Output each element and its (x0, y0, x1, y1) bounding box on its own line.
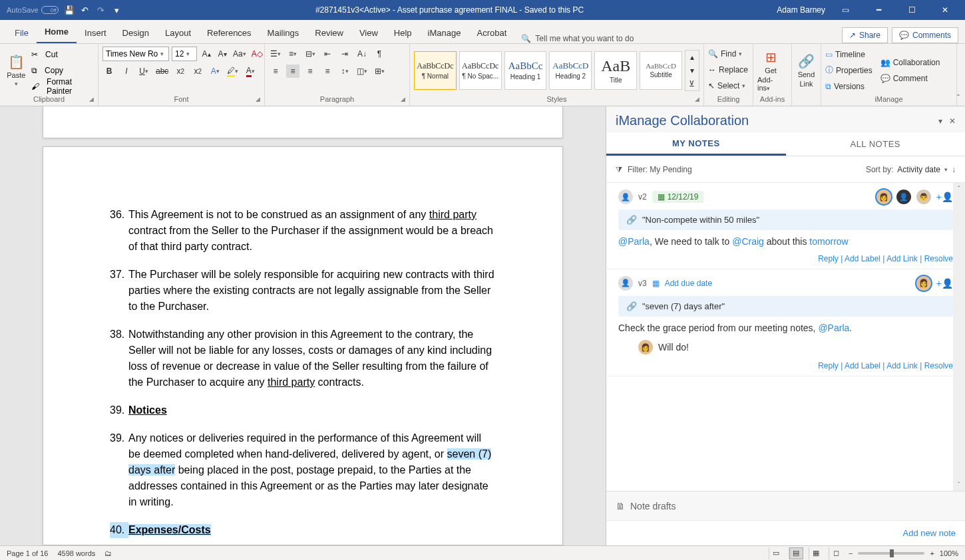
timeline-button[interactable]: ▭Timeline (825, 47, 872, 62)
filter-icon[interactable]: ⧩ (616, 165, 622, 174)
justify-button[interactable]: ≡ (321, 65, 334, 78)
comment-button[interactable]: 💬Comment (880, 71, 940, 86)
word-count[interactable]: 4598 words (57, 549, 95, 557)
print-layout-button[interactable]: ▤ (789, 547, 803, 559)
account-name[interactable]: Adam Barney (777, 5, 825, 15)
style-nospacing[interactable]: AaBbCcDc¶ No Spac... (459, 51, 502, 90)
style-title[interactable]: AaBTitle (594, 51, 637, 90)
resolve-link[interactable]: Resolve (924, 254, 953, 263)
borders-button[interactable]: ⊞▾ (373, 65, 386, 78)
subscript-button[interactable]: x2 (174, 65, 187, 78)
versions-button[interactable]: ⧉Versions (825, 79, 872, 94)
tab-home[interactable]: Home (37, 21, 77, 43)
zoom-slider[interactable] (858, 552, 924, 555)
style-subtitle[interactable]: AaBbCcDSubtitle (640, 51, 682, 90)
cut-button[interactable]: ✂ Cut (31, 47, 94, 62)
change-case-button[interactable]: Aa▾ (232, 47, 248, 61)
dialog-launcher-icon[interactable]: ◢ (89, 94, 94, 104)
dialog-launcher-icon[interactable]: ◢ (256, 94, 260, 104)
style-heading1[interactable]: AaBbCcHeading 1 (504, 51, 547, 90)
share-button[interactable]: ↗Share (842, 27, 888, 43)
tell-me-search[interactable]: 🔍 Tell me what you want to do (521, 34, 634, 43)
tab-help[interactable]: Help (386, 23, 420, 43)
reply-link[interactable]: Reply (818, 361, 839, 370)
comments-button[interactable]: 💬Comments (892, 27, 958, 43)
tab-mailings[interactable]: Mailings (260, 23, 307, 43)
select-button[interactable]: ↖Select▾ (708, 78, 745, 93)
panel-close-icon[interactable]: ✕ (949, 116, 956, 126)
copy-button[interactable]: ⧉ Copy (31, 63, 94, 78)
tab-review[interactable]: Review (307, 23, 351, 43)
undo-icon[interactable]: ↶ (80, 5, 91, 15)
save-icon[interactable]: 💾 (64, 5, 75, 15)
maximize-button[interactable]: ☐ (898, 0, 925, 20)
scroll-up-icon[interactable]: ˆ (953, 183, 965, 195)
font-name-combo[interactable]: Times New Ro▾ (102, 47, 169, 61)
resolve-link[interactable]: Resolve (924, 361, 953, 370)
tab-insert[interactable]: Insert (77, 23, 114, 43)
zoom-level[interactable]: 100% (940, 549, 958, 557)
tab-acrobat[interactable]: Acrobat (469, 23, 514, 43)
autosave-toggle[interactable]: AutoSave Off (7, 6, 59, 14)
styles-expand[interactable]: ⊻ (685, 77, 699, 90)
mention[interactable]: @Parla (618, 236, 650, 247)
add-user-icon[interactable]: +👤 (936, 192, 953, 202)
mention-date[interactable]: tomorrow (809, 236, 848, 247)
collaboration-button[interactable]: 👥Collaboration (880, 55, 940, 70)
font-color-button[interactable]: A▾ (244, 65, 257, 78)
web-layout-button[interactable]: ▦ (809, 547, 823, 559)
style-heading2[interactable]: AaBbCcDHeading 2 (549, 51, 592, 90)
qat-customize-icon[interactable]: ▾ (112, 5, 122, 15)
italic-button[interactable]: I (120, 65, 133, 78)
tab-imanage[interactable]: iManage (420, 23, 469, 43)
proofing-icon[interactable]: 🗂 (104, 549, 112, 557)
properties-button[interactable]: ⓘProperties (825, 63, 872, 78)
dialog-launcher-icon[interactable]: ◢ (401, 94, 405, 104)
focus-mode-button[interactable]: ◻ (829, 547, 843, 559)
zoom-in-button[interactable]: + (930, 549, 934, 557)
font-size-combo[interactable]: 12▾ (172, 47, 197, 61)
grow-font-button[interactable]: A▴ (200, 47, 213, 61)
shrink-font-button[interactable]: A▾ (216, 47, 229, 61)
page-indicator[interactable]: Page 1 of 16 (7, 549, 48, 557)
panel-menu-icon[interactable]: ▾ (938, 116, 942, 126)
style-normal[interactable]: AaBbCcDc¶ Normal (414, 51, 457, 90)
sort-button[interactable]: A↓ (355, 47, 369, 61)
numbering-button[interactable]: ≡▾ (286, 47, 299, 61)
styles-scroll-up[interactable]: ▴ (685, 51, 699, 64)
sort-direction-icon[interactable]: ↓ (952, 165, 956, 174)
add-label-link[interactable]: Add Label (845, 254, 880, 263)
close-button[interactable]: ✕ (932, 0, 958, 20)
highlight-button[interactable]: 🖊▾ (226, 65, 240, 78)
due-date-pill[interactable]: ▦12/12/19 (652, 191, 704, 203)
add-new-note-link[interactable]: Add new note (902, 528, 956, 538)
bold-button[interactable]: B (102, 65, 116, 78)
note-quote[interactable]: 🔗"Non-compete within 50 miles" (618, 210, 953, 230)
superscript-button[interactable]: x2 (191, 65, 204, 78)
strikethrough-button[interactable]: abc (154, 65, 170, 78)
styles-scroll-down[interactable]: ▾ (685, 64, 699, 77)
collapse-ribbon-button[interactable]: ˆ (957, 44, 965, 106)
tab-all-notes[interactable]: ALL NOTES (786, 132, 966, 156)
text-effects-button[interactable]: A▾ (208, 65, 222, 78)
show-marks-button[interactable]: ¶ (373, 47, 386, 61)
add-link-link[interactable]: Add Link (886, 254, 918, 263)
display-options-icon[interactable]: ▭ (832, 0, 859, 20)
zoom-out-button[interactable]: − (849, 549, 853, 557)
increase-indent-button[interactable]: ⇥ (338, 47, 351, 61)
align-center-button[interactable]: ≡ (286, 65, 299, 78)
shading-button[interactable]: ◫▾ (355, 65, 369, 78)
note-drafts-bar[interactable]: 🗎 Note drafts (606, 491, 965, 520)
dialog-launcher-icon[interactable]: ◢ (695, 94, 699, 104)
tab-layout[interactable]: Layout (157, 23, 199, 43)
chevron-down-icon[interactable]: ▾ (944, 166, 948, 173)
add-label-link[interactable]: Add Label (845, 361, 880, 370)
line-spacing-button[interactable]: ↕▾ (338, 65, 351, 78)
reply-link[interactable]: Reply (818, 254, 839, 263)
multilevel-button[interactable]: ⊟▾ (303, 47, 317, 61)
align-left-button[interactable]: ≡ (269, 65, 282, 78)
read-mode-button[interactable]: ▭ (769, 547, 783, 559)
tab-references[interactable]: References (199, 23, 259, 43)
decrease-indent-button[interactable]: ⇤ (321, 47, 334, 61)
find-button[interactable]: 🔍Find ▾ (708, 47, 742, 61)
